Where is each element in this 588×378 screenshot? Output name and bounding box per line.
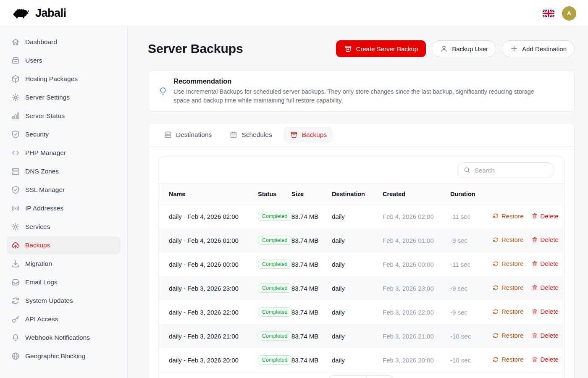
restore-button[interactable]: Restore <box>492 236 524 243</box>
sidebar-item-dns-zones[interactable]: DNS Zones <box>7 162 121 181</box>
page-actions: Create Server BackupBackup UserAdd Desti… <box>336 40 575 57</box>
brand-logo[interactable]: Jabali <box>12 6 66 21</box>
sidebar-item-backups[interactable]: Backups <box>7 236 121 255</box>
sidebar-item-label: Backups <box>25 242 50 249</box>
cell-created: Feb 4, 2026 01:00 <box>383 228 450 252</box>
sidebar-item-label: Webhook Notifications <box>25 334 90 341</box>
delete-button[interactable]: Delete <box>531 213 559 220</box>
gear-icon <box>11 93 20 102</box>
delete-button[interactable]: Delete <box>531 332 559 339</box>
backups-panel: DestinationsSchedulesBackups NameStatusS… <box>148 123 575 378</box>
sidebar-item-label: Geographic Blocking <box>25 352 85 360</box>
uk-flag-icon[interactable] <box>543 9 554 18</box>
sidebar-item-label: SSL Manager <box>25 186 65 194</box>
add-destination-button[interactable]: Add Destination <box>502 40 575 57</box>
restore-button[interactable]: Restore <box>492 213 524 220</box>
sidebar-item-label: Dashboard <box>25 38 57 46</box>
cloud-upload-icon <box>11 241 20 250</box>
sidebar-item-system-updates[interactable]: System Updates <box>7 291 121 310</box>
table-footer: Showing 1 to 7 of 7 results Per page 10 <box>158 372 564 378</box>
search-input[interactable] <box>475 167 548 174</box>
sidebar-item-users[interactable]: Users <box>7 51 121 70</box>
column-header-name: Name <box>158 184 258 205</box>
tab-backups[interactable]: Backups <box>284 127 333 143</box>
archive-icon <box>290 131 298 139</box>
sidebar-item-geographic-blocking[interactable]: Geographic Blocking <box>7 347 121 365</box>
backups-table-card: NameStatusSizeDestinationCreatedDuration… <box>158 157 564 378</box>
sidebar-item-email-logs[interactable]: Email Logs <box>7 273 121 291</box>
sidebar-item-api-access[interactable]: API Access <box>7 310 121 328</box>
restore-button[interactable]: Restore <box>492 332 524 339</box>
delete-button[interactable]: Delete <box>531 236 559 243</box>
create-server-backup-button[interactable]: Create Server Backup <box>336 40 426 57</box>
restore-button[interactable]: Restore <box>492 260 524 267</box>
sidebar-item-ip-addresses[interactable]: IP Addresses <box>7 199 121 218</box>
inbox-icon <box>11 278 20 287</box>
delete-button[interactable]: Delete <box>531 308 559 315</box>
sidebar-item-php-manager[interactable]: PHP Manager <box>7 144 121 162</box>
cell-size: 83.74 MB <box>291 228 332 252</box>
sidebar-item-label: System Updates <box>25 297 73 304</box>
table-row: daily - Feb 3, 2026 22:00Completed83.74 … <box>158 300 564 324</box>
tab-bar: DestinationsSchedulesBackups <box>148 123 574 147</box>
sidebar-item-webhook-notifications[interactable]: Webhook Notifications <box>7 328 121 347</box>
sidebar-item-label: Email Logs <box>25 278 58 286</box>
cell-name: daily - Feb 4, 2026 00:00 <box>158 252 258 276</box>
backup-user-button[interactable]: Backup User <box>432 40 496 57</box>
table-row: daily - Feb 3, 2026 23:00Completed83.74 … <box>158 276 564 300</box>
cell-name: daily - Feb 3, 2026 23:00 <box>158 276 258 300</box>
sidebar-item-services[interactable]: Services <box>7 218 121 236</box>
cell-destination: daily <box>332 300 383 324</box>
trash-icon <box>531 213 538 219</box>
status-badge: Completed <box>258 236 291 245</box>
sidebar-item-server-status[interactable]: Server Status <box>7 107 121 125</box>
sidebar-item-ssl-manager[interactable]: SSL Manager <box>7 181 121 199</box>
sidebar-item-server-settings[interactable]: Server Settings <box>7 88 121 107</box>
globe-icon <box>11 352 20 361</box>
restore-button[interactable]: Restore <box>492 308 524 315</box>
cell-duration: -10 sec <box>450 348 492 372</box>
trash-icon <box>531 356 538 363</box>
cell-created: Feb 3, 2026 22:00 <box>383 300 450 324</box>
trash-icon <box>531 236 538 243</box>
sidebar-item-migration[interactable]: Migration <box>7 255 121 273</box>
cell-created: Feb 3, 2026 21:00 <box>383 324 450 348</box>
per-page-control[interactable]: Per page 10 <box>327 375 396 378</box>
cell-status: Completed <box>258 228 291 252</box>
table-row: daily - Feb 3, 2026 20:00Completed83.74 … <box>158 348 564 372</box>
restore-button[interactable]: Restore <box>492 356 524 363</box>
home-icon <box>11 37 20 47</box>
trash-icon <box>531 332 538 339</box>
tab-schedules[interactable]: Schedules <box>223 127 278 143</box>
download-tray-icon <box>11 259 20 268</box>
sidebar-item-security[interactable]: Security <box>7 125 121 144</box>
delete-button[interactable]: Delete <box>531 356 559 363</box>
lightbulb-icon <box>158 87 168 96</box>
broadcast-icon <box>11 204 20 213</box>
refresh-icon <box>492 332 499 339</box>
trash-icon <box>531 284 538 291</box>
sidebar-item-label: Server Status <box>25 112 65 120</box>
cell-duration: -11 sec <box>450 252 492 276</box>
sidebar-item-dashboard[interactable]: Dashboard <box>7 33 121 51</box>
cell-duration: -11 sec <box>450 205 492 228</box>
trash-icon <box>531 308 538 315</box>
restore-button[interactable]: Restore <box>492 284 524 291</box>
delete-button[interactable]: Delete <box>531 284 559 291</box>
user-avatar[interactable]: A <box>562 6 576 21</box>
cell-destination: daily <box>332 348 383 372</box>
tab-destinations[interactable]: Destinations <box>158 127 218 143</box>
refresh-icon <box>492 308 499 315</box>
sidebar-item-label: IP Addresses <box>25 205 63 212</box>
search-icon <box>463 166 471 174</box>
delete-button[interactable]: Delete <box>531 260 559 267</box>
refresh-icon <box>492 260 499 267</box>
package-icon <box>11 74 20 84</box>
cell-destination: daily <box>332 276 383 300</box>
cell-destination: daily <box>332 205 383 228</box>
sidebar-item-hosting-packages[interactable]: Hosting Packages <box>7 70 121 88</box>
drawer-icon <box>11 56 20 65</box>
status-badge: Completed <box>258 212 291 221</box>
sidebar-item-label: Migration <box>25 260 52 268</box>
boar-icon <box>12 6 31 21</box>
